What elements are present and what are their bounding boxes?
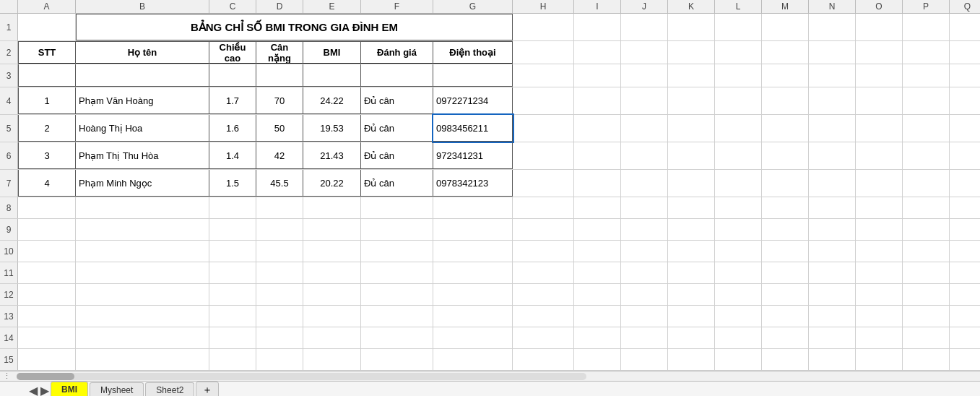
cell-i6[interactable] xyxy=(574,142,621,169)
cell-k13[interactable] xyxy=(668,306,715,327)
cell-m14[interactable] xyxy=(762,327,809,348)
hscroll-track[interactable] xyxy=(17,373,586,380)
cell-o7[interactable] xyxy=(856,170,903,197)
cell-j7[interactable] xyxy=(621,170,668,197)
cell-a6[interactable]: 3 xyxy=(18,142,76,169)
cell-a5[interactable]: 2 xyxy=(18,115,76,142)
cell-c15[interactable] xyxy=(209,349,256,370)
cell-m6[interactable] xyxy=(762,142,809,169)
cell-l4[interactable] xyxy=(715,87,762,114)
cell-o10[interactable] xyxy=(856,241,903,262)
cell-i10[interactable] xyxy=(574,241,621,262)
cell-n12[interactable] xyxy=(809,284,856,305)
cell-m7[interactable] xyxy=(762,170,809,197)
cell-p11[interactable] xyxy=(903,262,950,283)
cell-q9[interactable] xyxy=(950,219,980,240)
cell-a15[interactable] xyxy=(18,349,76,370)
cell-l7[interactable] xyxy=(715,170,762,197)
cell-i7[interactable] xyxy=(574,170,621,197)
cell-h9[interactable] xyxy=(513,219,574,240)
cell-o5[interactable] xyxy=(856,115,903,142)
cell-l5[interactable] xyxy=(715,115,762,142)
cell-p12[interactable] xyxy=(903,284,950,305)
cell-n8[interactable] xyxy=(809,197,856,218)
cell-b9[interactable] xyxy=(76,219,209,240)
cell-c13[interactable] xyxy=(209,306,256,327)
cell-l1[interactable] xyxy=(715,14,762,40)
cell-n9[interactable] xyxy=(809,219,856,240)
cell-m12[interactable] xyxy=(762,284,809,305)
cell-j5[interactable] xyxy=(621,115,668,142)
cell-n15[interactable] xyxy=(809,349,856,370)
cell-a7[interactable]: 4 xyxy=(18,170,76,197)
cell-c12[interactable] xyxy=(209,284,256,305)
cell-j2[interactable] xyxy=(621,41,668,64)
cell-n2[interactable] xyxy=(809,41,856,64)
cell-j3[interactable] xyxy=(621,64,668,87)
cell-g14[interactable] xyxy=(433,327,513,348)
cell-p10[interactable] xyxy=(903,241,950,262)
cell-d7[interactable]: 45.5 xyxy=(256,170,303,197)
cell-b4[interactable]: Phạm Văn Hoàng xyxy=(76,87,209,114)
cell-d8[interactable] xyxy=(256,197,303,218)
cell-h8[interactable] xyxy=(513,197,574,218)
cell-k11[interactable] xyxy=(668,262,715,283)
cell-c4[interactable]: 1.7 xyxy=(209,87,256,114)
cell-c14[interactable] xyxy=(209,327,256,348)
cell-k1[interactable] xyxy=(668,14,715,40)
cell-a1[interactable] xyxy=(18,14,76,40)
cell-b8[interactable] xyxy=(76,197,209,218)
cell-p1[interactable] xyxy=(903,14,950,40)
cell-q14[interactable] xyxy=(950,327,980,348)
cell-o12[interactable] xyxy=(856,284,903,305)
cell-d11[interactable] xyxy=(256,262,303,283)
cell-c7[interactable]: 1.5 xyxy=(209,170,256,197)
cell-l14[interactable] xyxy=(715,327,762,348)
cell-m10[interactable] xyxy=(762,241,809,262)
cell-m2[interactable] xyxy=(762,41,809,64)
cell-k2[interactable] xyxy=(668,41,715,64)
cell-g12[interactable] xyxy=(433,284,513,305)
cell-e9[interactable] xyxy=(303,219,361,240)
cell-o1[interactable] xyxy=(856,14,903,40)
cell-e11[interactable] xyxy=(303,262,361,283)
cell-m11[interactable] xyxy=(762,262,809,283)
cell-k6[interactable] xyxy=(668,142,715,169)
cell-k10[interactable] xyxy=(668,241,715,262)
cell-m1[interactable] xyxy=(762,14,809,40)
cell-p6[interactable] xyxy=(903,142,950,169)
cell-i14[interactable] xyxy=(574,327,621,348)
cell-j14[interactable] xyxy=(621,327,668,348)
cell-a10[interactable] xyxy=(18,241,76,262)
cell-q1[interactable] xyxy=(950,14,980,40)
cell-k15[interactable] xyxy=(668,349,715,370)
cell-j6[interactable] xyxy=(621,142,668,169)
cell-j8[interactable] xyxy=(621,197,668,218)
cell-i2[interactable] xyxy=(574,41,621,64)
cell-g11[interactable] xyxy=(433,262,513,283)
cell-h1[interactable] xyxy=(513,14,574,40)
cell-j10[interactable] xyxy=(621,241,668,262)
cell-p5[interactable] xyxy=(903,115,950,142)
cell-c5[interactable]: 1.6 xyxy=(209,115,256,142)
sheet-tab-sheet2[interactable]: Sheet2 xyxy=(145,382,194,396)
cell-i5[interactable] xyxy=(574,115,621,142)
cell-g4[interactable]: 0972271234 xyxy=(433,87,513,114)
cell-h3[interactable] xyxy=(513,64,574,87)
cell-n3[interactable] xyxy=(809,64,856,87)
cell-b12[interactable] xyxy=(76,284,209,305)
cell-j1[interactable] xyxy=(621,14,668,40)
cell-p2[interactable] xyxy=(903,41,950,64)
hscroll-thumb[interactable] xyxy=(17,373,74,380)
prev-sheet-btn[interactable]: ◀ xyxy=(29,384,38,396)
cell-p8[interactable] xyxy=(903,197,950,218)
cell-g8[interactable] xyxy=(433,197,513,218)
cell-f8[interactable] xyxy=(361,197,433,218)
cell-p7[interactable] xyxy=(903,170,950,197)
cell-a4[interactable]: 1 xyxy=(18,87,76,114)
cell-b5[interactable]: Hoàng Thị Hoa xyxy=(76,115,209,142)
cell-h15[interactable] xyxy=(513,349,574,370)
cell-p3[interactable] xyxy=(903,64,950,87)
cell-l9[interactable] xyxy=(715,219,762,240)
next-sheet-btn[interactable]: ▶ xyxy=(40,384,49,396)
